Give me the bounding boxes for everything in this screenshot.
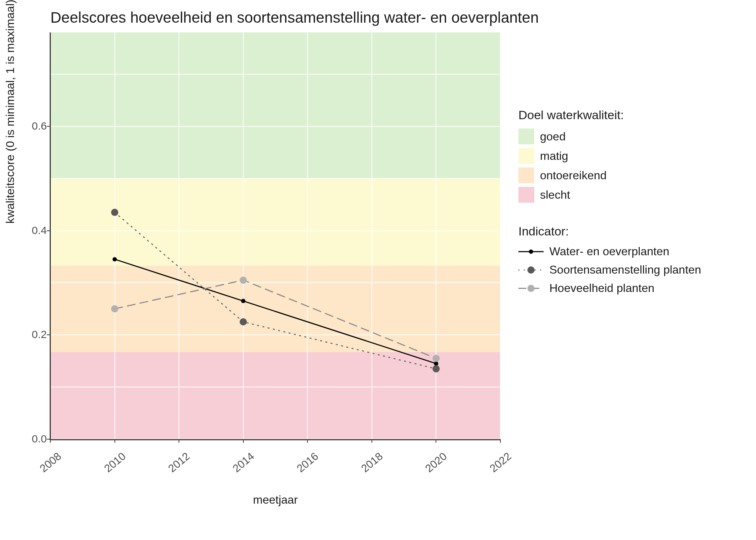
legend-series: Indicator: Water- en oeverplantenSoorten… [518, 224, 742, 295]
x-axis-line [50, 439, 500, 440]
series-line [115, 259, 436, 364]
y-tick-mark [47, 334, 50, 335]
legend-series-label: Hoeveelheid planten [549, 282, 654, 295]
legend-series-label: Water- en oeverplanten [549, 245, 669, 258]
x-tick-label: 2012 [157, 450, 192, 482]
x-tick-mark [243, 439, 244, 443]
series-point [111, 209, 118, 216]
series-point [240, 318, 247, 325]
chart-title: Deelscores hoeveelheid en soortensamenst… [50, 9, 539, 26]
legend-series-item: Hoeveelheid planten [518, 282, 742, 295]
series-line [115, 212, 436, 369]
legend-band-label: ontoereikend [540, 169, 607, 182]
legend: Doel waterkwaliteit: goedmatigontoereike… [518, 108, 742, 316]
series-point [240, 276, 247, 284]
plot-area [50, 32, 500, 439]
legend-band-label: slecht [540, 188, 570, 202]
x-tick-label: 2014 [221, 450, 256, 482]
series-point [113, 257, 117, 261]
legend-swatch [518, 148, 534, 164]
svg-point-1 [529, 249, 533, 254]
series-point [432, 355, 440, 362]
legend-bands-title: Doel waterkwaliteit: [518, 108, 742, 122]
x-tick-label: 2008 [28, 450, 63, 482]
series-line [115, 280, 436, 358]
y-axis-title: kwaliteitscore (0 is minimaal, 1 is maxi… [4, 0, 17, 238]
x-tick-label: 2022 [478, 450, 513, 482]
series-point [434, 361, 438, 366]
legend-series-icon [518, 264, 544, 276]
legend-series-label: Soortensamenstelling planten [549, 263, 701, 276]
x-tick-mark [436, 439, 436, 443]
legend-series-icon [518, 282, 544, 294]
series-point [111, 305, 118, 312]
legend-series-item: Soortensamenstelling planten [518, 263, 742, 276]
x-tick-mark [500, 439, 501, 443]
y-tick-mark [47, 230, 50, 231]
x-tick-mark [372, 439, 372, 443]
chart-container: Deelscores hoeveelheid en soortensamenst… [0, 0, 756, 540]
legend-series-title: Indicator: [518, 224, 742, 238]
x-tick-label: 2016 [285, 450, 321, 482]
y-axis-line [50, 32, 51, 440]
x-tick-mark [179, 439, 179, 443]
x-tick-mark [307, 439, 308, 443]
svg-point-3 [527, 266, 535, 274]
data-lines [50, 32, 500, 439]
svg-point-5 [527, 285, 535, 292]
x-tick-label: 2020 [414, 450, 449, 482]
legend-series-item: Water- en oeverplanten [518, 245, 742, 258]
x-tick-label: 2018 [350, 450, 385, 482]
x-axis-title: meetjaar [50, 493, 500, 507]
legend-band-item: slecht [518, 187, 742, 203]
legend-swatch [518, 129, 534, 144]
x-tick-label: 2010 [93, 450, 128, 482]
legend-band-item: matig [518, 148, 742, 164]
legend-swatch [518, 187, 534, 203]
legend-band-label: matig [540, 149, 568, 163]
legend-series-icon [518, 246, 544, 258]
y-tick-mark [47, 126, 50, 127]
y-tick-label: 0.0 [4, 433, 47, 445]
x-tick-mark [50, 439, 51, 443]
series-point [241, 299, 246, 303]
legend-band-label: goed [540, 130, 566, 143]
legend-band-item: goed [518, 129, 742, 144]
x-tick-mark [114, 439, 115, 443]
y-tick-label: 0.2 [4, 328, 47, 341]
legend-bands: Doel waterkwaliteit: goedmatigontoereike… [518, 108, 742, 203]
legend-band-item: ontoereikend [518, 167, 742, 183]
series-point [432, 365, 440, 372]
legend-swatch [518, 167, 534, 183]
